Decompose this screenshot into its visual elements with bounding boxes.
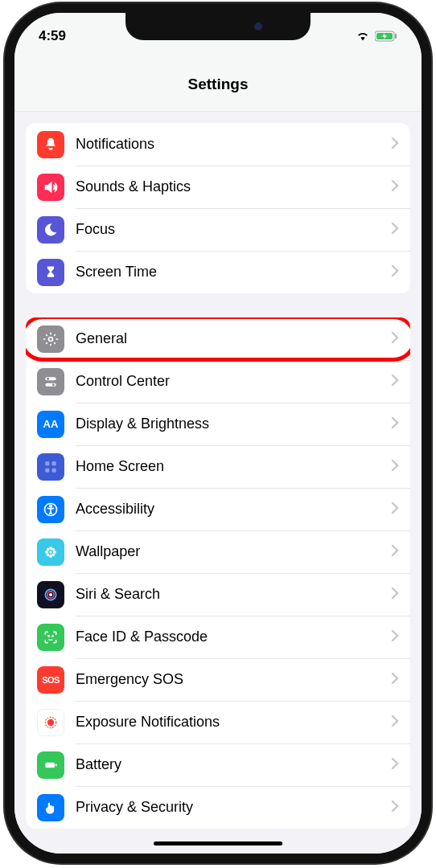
gear-icon — [37, 326, 64, 353]
svg-point-30 — [48, 635, 49, 636]
row-faceid[interactable]: Face ID & Passcode — [26, 616, 410, 658]
exposure-icon — [37, 709, 64, 736]
row-homescreen[interactable]: Home Screen — [26, 445, 410, 488]
svg-rect-12 — [45, 461, 49, 465]
flower-icon — [37, 538, 64, 566]
chevron-right-icon — [391, 330, 399, 348]
settings-list[interactable]: Notifications Sounds & Haptics Focus — [14, 112, 422, 854]
row-sos[interactable]: SOS Emergency SOS — [26, 658, 410, 701]
svg-rect-14 — [45, 468, 49, 472]
svg-point-18 — [49, 551, 51, 553]
chevron-right-icon — [391, 798, 399, 817]
row-label: General — [76, 330, 385, 347]
row-focus[interactable]: Focus — [26, 208, 410, 251]
row-siri[interactable]: Siri & Search — [26, 573, 410, 616]
row-general[interactable]: General — [26, 317, 410, 360]
svg-point-26 — [51, 553, 55, 556]
status-time: 4:59 — [39, 28, 119, 44]
moon-icon — [37, 216, 64, 244]
wifi-icon — [356, 31, 370, 42]
chevron-right-icon — [391, 755, 399, 774]
row-label: Emergency SOS — [76, 671, 385, 688]
row-label: Battery — [76, 756, 385, 773]
row-accessibility[interactable]: Accessibility — [26, 488, 410, 530]
svg-point-9 — [47, 377, 49, 379]
chevron-right-icon — [391, 372, 399, 391]
chevron-right-icon — [391, 220, 399, 239]
row-display[interactable]: AA Display & Brightness — [26, 403, 410, 445]
chevron-right-icon — [391, 713, 399, 731]
row-exposure[interactable]: Exposure Notifications — [26, 701, 410, 743]
row-label: Exposure Notifications — [76, 714, 385, 731]
accessibility-icon — [37, 496, 64, 523]
phone-frame: 4:59 Settings — [5, 3, 431, 863]
chevron-right-icon — [391, 178, 399, 196]
sos-icon: SOS — [37, 666, 64, 694]
svg-point-17 — [50, 505, 52, 507]
row-battery[interactable]: Battery — [26, 743, 410, 786]
siri-icon — [37, 581, 64, 608]
hand-icon — [37, 794, 64, 821]
chevron-right-icon — [391, 628, 399, 646]
row-privacy[interactable]: Privacy & Security — [26, 786, 410, 829]
battery-icon — [375, 31, 397, 42]
row-label: Sounds & Haptics — [76, 178, 385, 195]
chevron-right-icon — [391, 135, 399, 154]
chevron-right-icon — [391, 670, 399, 689]
row-sounds[interactable]: Sounds & Haptics — [26, 166, 410, 208]
chevron-right-icon — [391, 415, 399, 433]
row-label: Wallpaper — [76, 543, 385, 560]
row-label: Privacy & Security — [76, 799, 385, 816]
battery-setting-icon — [37, 751, 64, 779]
row-label: Notifications — [76, 136, 385, 153]
page-title: Settings — [14, 59, 422, 112]
svg-point-31 — [52, 635, 53, 636]
row-label: Control Center — [76, 373, 385, 390]
svg-point-32 — [47, 719, 54, 725]
chevron-right-icon — [391, 457, 399, 476]
hourglass-icon — [37, 259, 64, 286]
home-indicator[interactable] — [154, 841, 282, 845]
row-screentime[interactable]: Screen Time — [26, 251, 410, 293]
chevron-right-icon — [391, 263, 399, 281]
row-notifications[interactable]: Notifications — [26, 123, 410, 166]
svg-rect-5 — [395, 34, 397, 39]
row-label: Face ID & Passcode — [76, 628, 385, 645]
row-controlcenter[interactable]: Control Center — [26, 360, 410, 403]
chevron-right-icon — [391, 585, 399, 604]
row-label: Home Screen — [76, 458, 385, 475]
svg-rect-35 — [56, 764, 57, 766]
speaker-icon — [37, 174, 64, 201]
row-label: Screen Time — [76, 264, 385, 280]
grid-icon — [37, 453, 64, 481]
bell-icon — [37, 131, 64, 158]
notch — [125, 13, 311, 40]
settings-group-2: General Control Center AA Display & Brig… — [26, 317, 410, 829]
svg-point-11 — [52, 383, 55, 386]
svg-point-7 — [49, 337, 53, 341]
svg-rect-34 — [45, 762, 55, 768]
row-label: Siri & Search — [76, 586, 385, 603]
camera-dot — [254, 23, 262, 31]
svg-point-29 — [49, 592, 52, 596]
chevron-right-icon — [391, 500, 399, 518]
settings-group-1: Notifications Sounds & Haptics Focus — [26, 123, 410, 293]
svg-point-23 — [47, 547, 50, 551]
chevron-right-icon — [391, 542, 399, 561]
faceid-icon — [37, 624, 64, 651]
textsize-icon: AA — [37, 411, 64, 438]
svg-rect-15 — [52, 468, 56, 472]
row-label: Display & Brightness — [76, 416, 385, 432]
switches-icon — [37, 368, 64, 395]
row-label: Accessibility — [76, 501, 385, 518]
svg-point-25 — [47, 553, 50, 556]
svg-point-24 — [51, 547, 55, 551]
row-label: Focus — [76, 221, 385, 238]
row-wallpaper[interactable]: Wallpaper — [26, 530, 410, 573]
svg-rect-13 — [52, 461, 56, 465]
